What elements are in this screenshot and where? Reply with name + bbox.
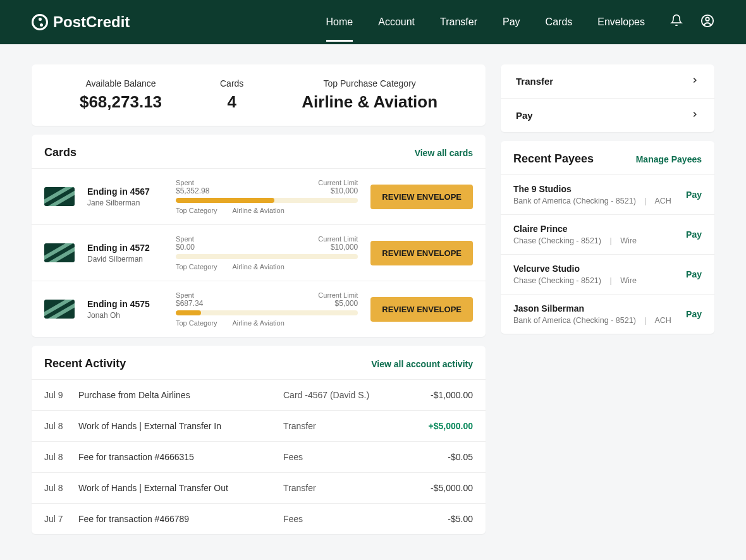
card-row: Ending in 4567 Jane Silberman Spent $5,3… (32, 168, 486, 224)
activity-row[interactable]: Jul 9 Purchase from Delta Airlines Card … (32, 379, 486, 410)
activity-date: Jul 8 (44, 452, 78, 462)
activity-row[interactable]: Jul 8 Work of Hands | External Transfer … (32, 410, 486, 441)
activity-description: Fee for transaction #4666315 (78, 452, 283, 462)
pay-payee-button[interactable]: Pay (686, 269, 702, 279)
limit-label: Current Limit (318, 179, 358, 186)
limit-value: $10,000 (318, 243, 358, 252)
topcat-label: Top Purchase Category (302, 78, 437, 88)
payee-name: Velcurve Studio (513, 264, 678, 274)
activity-title: Recent Activity (44, 357, 126, 370)
pay-payee-button[interactable]: Pay (686, 309, 702, 319)
activity-date: Jul 8 (44, 421, 78, 431)
activity-row[interactable]: Jul 8 Fee for transaction #4666315 Fees … (32, 441, 486, 472)
activity-description: Work of Hands | External Transfer In (78, 421, 283, 431)
payee-bank: Bank of America (Checking - 8521) (513, 197, 636, 205)
review-envelope-button[interactable]: REVIEW ENVELOPE (370, 297, 473, 322)
limit-value: $5,000 (318, 299, 358, 308)
activity-amount: -$5,000.00 (410, 483, 473, 493)
review-envelope-button[interactable]: REVIEW ENVELOPE (370, 185, 473, 209)
separator: | (644, 316, 646, 325)
card-title: Ending in 4567 (87, 186, 163, 197)
activity-date: Jul 8 (44, 483, 78, 493)
spent-value: $687.34 (176, 299, 203, 308)
main-nav: HomeAccountTransferPayCardsEnvelopes (326, 16, 645, 28)
spent-label: Spent (176, 179, 209, 186)
card-image-icon (44, 300, 75, 319)
activity-type: Transfer (283, 421, 410, 431)
nav-item-envelopes[interactable]: Envelopes (597, 16, 645, 42)
card-topcat-value: Airline & Aviation (232, 263, 284, 271)
quick-transfer-label: Transfer (516, 76, 553, 87)
brand-logo[interactable]: PostCredit (32, 13, 130, 31)
card-title: Ending in 4572 (87, 243, 163, 253)
separator: | (609, 276, 611, 285)
payee-name: Jason Silberman (513, 303, 678, 313)
activity-date: Jul 7 (44, 514, 78, 524)
manage-payees-link[interactable]: Manage Payees (636, 154, 702, 164)
pay-payee-button[interactable]: Pay (686, 190, 702, 200)
payee-method: Wire (620, 236, 637, 245)
topbar: PostCredit HomeAccountTransferPayCardsEn… (0, 0, 746, 44)
summary-panel: Available Balance $68,273.13 Cards 4 Top… (32, 64, 486, 126)
view-all-activity-link[interactable]: View all account activity (371, 359, 473, 369)
separator: | (609, 236, 611, 245)
card-topcat-label: Top Category (176, 263, 217, 271)
spent-label: Spent (176, 235, 195, 243)
brand-name: PostCredit (53, 13, 130, 31)
activity-amount: -$5.00 (410, 514, 473, 524)
nav-item-pay[interactable]: Pay (503, 16, 520, 42)
card-title: Ending in 4575 (87, 299, 163, 309)
view-all-cards-link[interactable]: View all cards (415, 148, 473, 158)
cards-title: Cards (44, 146, 76, 159)
card-topcat-label: Top Category (176, 319, 217, 327)
nav-item-transfer[interactable]: Transfer (440, 16, 477, 42)
card-holder: Jonah Oh (87, 311, 163, 320)
payee-row: Claire Prince Chase (Checking - 8521) | … (501, 214, 714, 254)
activity-type: Fees (283, 514, 410, 524)
payee-method: ACH (654, 316, 671, 325)
activity-panel: Recent Activity View all account activit… (32, 346, 486, 534)
svg-point-1 (706, 18, 709, 21)
payee-method: ACH (654, 197, 671, 205)
payee-name: Claire Prince (513, 224, 678, 234)
card-holder: David Silberman (87, 255, 163, 264)
spend-progress-bar (176, 310, 358, 315)
spend-progress-bar (176, 198, 358, 203)
card-image-icon (44, 243, 75, 262)
payee-method: Wire (620, 276, 637, 285)
balance-value: $68,273.13 (80, 92, 162, 112)
payee-bank: Chase (Checking - 8521) (513, 236, 601, 245)
card-row: Ending in 4572 David Silberman Spent $0.… (32, 224, 486, 281)
activity-amount: -$1,000.00 (410, 390, 473, 400)
nav-item-cards[interactable]: Cards (546, 16, 573, 42)
activity-amount: +$5,000.00 (410, 421, 473, 431)
activity-type: Card -4567 (David S.) (283, 390, 410, 400)
payee-row: Velcurve Studio Chase (Checking - 8521) … (501, 254, 714, 294)
spend-progress-bar (176, 254, 358, 259)
quick-transfer-link[interactable]: Transfer (501, 64, 714, 98)
user-profile-icon[interactable] (700, 14, 714, 30)
bell-icon[interactable] (670, 14, 683, 30)
cards-panel: Cards View all cards Ending in 4567 Jane… (32, 135, 486, 337)
nav-item-home[interactable]: Home (326, 16, 353, 42)
payee-bank: Bank of America (Checking - 8521) (513, 316, 636, 325)
review-envelope-button[interactable]: REVIEW ENVELOPE (370, 241, 473, 265)
spent-value: $0.00 (176, 243, 195, 252)
card-row: Ending in 4575 Jonah Oh Spent $687.34 Cu… (32, 281, 486, 337)
activity-row[interactable]: Jul 7 Fee for transaction #466789 Fees -… (32, 503, 486, 534)
card-holder: Jane Silberman (87, 198, 163, 207)
separator: | (644, 197, 646, 205)
spent-label: Spent (176, 291, 203, 299)
activity-row[interactable]: Jul 8 Work of Hands | External Transfer … (32, 472, 486, 503)
limit-value: $10,000 (318, 186, 358, 195)
nav-item-account[interactable]: Account (378, 16, 415, 42)
brand-logo-icon (32, 14, 48, 30)
payee-row: Jason Silberman Bank of America (Checkin… (501, 294, 714, 334)
pay-payee-button[interactable]: Pay (686, 229, 702, 240)
card-image-icon (44, 187, 75, 206)
payees-panel: Recent Payees Manage Payees The 9 Studio… (501, 141, 714, 334)
payee-name: The 9 Studios (513, 184, 678, 194)
quick-pay-link[interactable]: Pay (501, 98, 714, 132)
cards-count-value: 4 (220, 92, 243, 112)
activity-type: Fees (283, 452, 410, 462)
